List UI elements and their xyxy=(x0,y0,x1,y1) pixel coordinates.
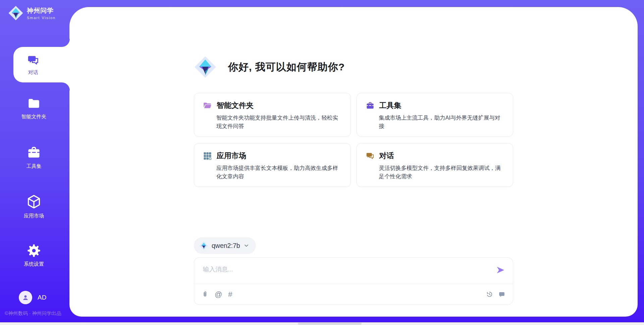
card-description: 灵活切换多模型文件，支持多样回复效果调试，满足个性化需求 xyxy=(379,164,504,181)
greeting-row: 你好, 我可以如何帮助你? xyxy=(194,53,513,81)
send-button[interactable] xyxy=(495,264,506,276)
toolbox-icon xyxy=(26,145,41,160)
card-description: 集成市场上主流工具，助力AI与外界无缝扩展与对接 xyxy=(379,114,504,130)
user-avatar-icon xyxy=(21,294,30,302)
greeting-title: 你好, 我可以如何帮助你? xyxy=(228,60,345,74)
at-icon: @ xyxy=(215,291,222,298)
app-window: 神州问学 Smart Vision 对话 智能文件夹 xyxy=(0,0,644,325)
sidebar-item-chat[interactable]: 对话 xyxy=(13,47,70,82)
blob-fillet-bottom xyxy=(62,82,70,90)
hash-icon: # xyxy=(228,291,232,298)
conversation-button[interactable] xyxy=(498,291,505,298)
brand-diamond-icon xyxy=(199,241,208,250)
card-title: 应用市场 xyxy=(217,151,246,161)
chat-icon xyxy=(366,151,375,160)
history-button[interactable] xyxy=(486,291,493,298)
sidebar-item-label: 智能文件夹 xyxy=(21,114,47,120)
send-arrow-icon xyxy=(496,265,505,275)
mention-button[interactable]: @ xyxy=(215,291,222,298)
chat-square-icon xyxy=(498,291,505,298)
sidebar-item-toolset[interactable]: 工具集 xyxy=(2,145,66,170)
card-title: 智能文件夹 xyxy=(217,101,254,111)
horizontal-scrollbar[interactable] xyxy=(0,322,644,325)
sidebar-item-label: 应用市场 xyxy=(24,213,44,219)
topic-button[interactable]: # xyxy=(228,291,232,298)
user-profile[interactable]: AD xyxy=(19,291,46,304)
sidebar-item-label: 系统设置 xyxy=(24,261,44,267)
grid-icon xyxy=(203,151,212,160)
composer-toolbar: @ # xyxy=(194,284,513,305)
card-description: 应用市场提供丰富长文本模板，助力高效生成多样化文章内容 xyxy=(216,164,342,181)
card-chat[interactable]: 对话 灵活切换多模型文件，支持多样回复效果调试，满足个性化需求 xyxy=(357,143,514,187)
toolbox-icon xyxy=(366,101,375,110)
chat-icon xyxy=(27,54,40,67)
gear-icon xyxy=(26,243,41,258)
scrollbar-thumb[interactable] xyxy=(298,323,362,325)
card-description: 智能文件夹功能支持批量文件上传与清洗，轻松实现文件问答 xyxy=(216,114,342,130)
brand-diamond-icon xyxy=(8,5,23,21)
content-panel: 你好, 我可以如何帮助你? 智能文件夹 智能文件夹功能支持批量文件上传与清洗，轻… xyxy=(69,7,638,317)
sidebar-item-settings[interactable]: 系统设置 xyxy=(2,243,66,267)
attach-file-button[interactable] xyxy=(202,291,209,298)
user-name: AD xyxy=(38,294,46,301)
history-icon xyxy=(486,291,493,298)
card-toolset[interactable]: 工具集 集成市场上主流工具，助力AI与外界无缝扩展与对接 xyxy=(357,93,514,137)
cube-icon xyxy=(26,194,42,210)
feature-cards: 智能文件夹 智能文件夹功能支持批量文件上传与清洗，轻松实现文件问答 xyxy=(194,93,513,187)
app-title: 神州问学 xyxy=(27,6,56,15)
folder-icon xyxy=(27,96,41,111)
card-title: 工具集 xyxy=(379,101,401,111)
blob-fillet-top xyxy=(62,39,70,47)
chevron-down-icon xyxy=(244,243,249,249)
sidebar-item-label: 对话 xyxy=(28,69,38,76)
card-app-market[interactable]: 应用市场 应用市场提供丰富长文本模板，助力高效生成多样化文章内容 xyxy=(194,143,351,187)
message-composer: @ # xyxy=(194,257,513,305)
model-selector[interactable]: qwen2:7b xyxy=(194,237,256,254)
paperclip-icon xyxy=(202,291,209,298)
sidebar: 神州问学 Smart Vision 对话 智能文件夹 xyxy=(0,0,69,325)
message-input[interactable] xyxy=(194,258,513,284)
folder-open-icon xyxy=(203,101,212,110)
app-subtitle: Smart Vision xyxy=(27,16,56,20)
card-smart-folder[interactable]: 智能文件夹 智能文件夹功能支持批量文件上传与清洗，轻松实现文件问答 xyxy=(194,93,351,137)
brand-diamond-icon xyxy=(194,56,217,78)
avatar xyxy=(19,291,32,304)
app-logo: 神州问学 Smart Vision xyxy=(8,5,56,21)
copyright-text: ©神州数码 · 神州问学出品 xyxy=(5,310,68,317)
card-title: 对话 xyxy=(379,151,394,161)
sidebar-item-app-market[interactable]: 应用市场 xyxy=(2,194,66,219)
sidebar-item-smart-folder[interactable]: 智能文件夹 xyxy=(2,96,66,120)
sidebar-item-label: 工具集 xyxy=(26,163,42,170)
model-name: qwen2:7b xyxy=(212,242,240,250)
